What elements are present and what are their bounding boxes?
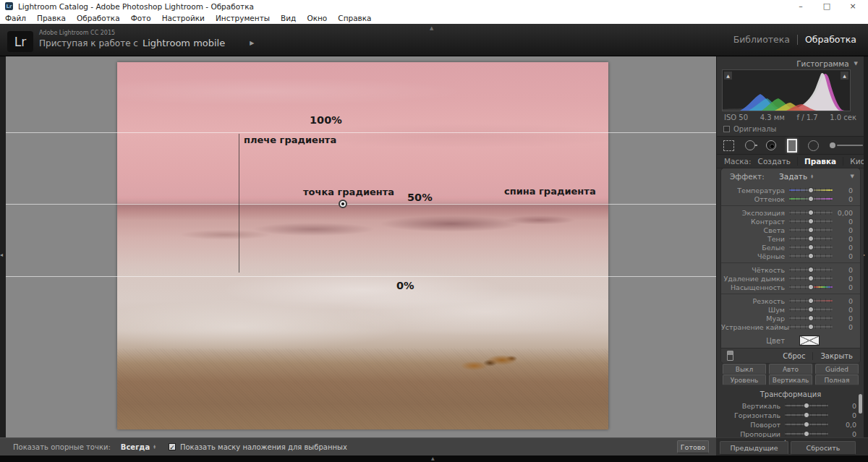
- whites-slider[interactable]: [789, 247, 833, 248]
- color-swatch[interactable]: [799, 335, 820, 346]
- bottom-toolbar: Показать опорные точки: Всегда ▴▾ ✓ Пока…: [0, 437, 716, 455]
- histogram-header[interactable]: Гистограмма ▼: [717, 58, 858, 69]
- filmstrip-collapsed-bar[interactable]: ▲: [0, 455, 868, 462]
- gradient-center-line[interactable]: [6, 204, 716, 205]
- done-button[interactable]: Готово: [677, 440, 709, 453]
- upright-vertical-button[interactable]: Вертикаль: [769, 375, 812, 385]
- clarity-slider[interactable]: [789, 269, 833, 270]
- collapse-top-panel-icon[interactable]: ▲: [430, 25, 433, 31]
- contrast-slider[interactable]: [789, 221, 833, 222]
- play-icon[interactable]: ▶: [250, 40, 254, 46]
- adjustment-brush-icon[interactable]: [830, 141, 863, 150]
- slider-thumb[interactable]: [808, 315, 814, 321]
- histogram-graph[interactable]: ▲ ▲: [722, 69, 851, 111]
- spot-removal-icon[interactable]: [745, 140, 755, 150]
- radial-filter-icon[interactable]: [808, 140, 819, 151]
- panel-scrollbar[interactable]: [859, 394, 862, 414]
- left-panel-collapsed[interactable]: ◂: [0, 56, 6, 437]
- slider-thumb[interactable]: [804, 422, 809, 427]
- slider-thumb[interactable]: [808, 253, 814, 259]
- highlights-slider[interactable]: [789, 229, 833, 231]
- graduated-filter-icon[interactable]: [787, 139, 797, 153]
- vertical-slider[interactable]: [785, 405, 828, 406]
- gradient-pin[interactable]: [339, 200, 347, 208]
- menu-item-help[interactable]: Справка: [338, 14, 371, 22]
- shadows-slider[interactable]: [789, 238, 833, 239]
- slider-thumb[interactable]: [808, 196, 814, 202]
- slider-thumb[interactable]: [808, 187, 814, 193]
- highlight-clipping-indicator[interactable]: ▲: [841, 72, 848, 80]
- rotate-slider[interactable]: [785, 424, 828, 425]
- slider-thumb[interactable]: [804, 403, 809, 408]
- gradient-bottom-line[interactable]: [6, 276, 716, 277]
- upright-full-button[interactable]: Полная: [815, 375, 859, 385]
- mask-brush-button[interactable]: Кисть: [843, 157, 864, 166]
- maximize-button[interactable]: □: [816, 0, 838, 12]
- upright-buttons-row-1: Выкл Авто Guided: [723, 364, 859, 375]
- slider-thumb[interactable]: [808, 210, 814, 215]
- crop-tool-icon[interactable]: [723, 140, 734, 151]
- mask-overlay-checkbox[interactable]: ✓: [169, 443, 176, 450]
- close-button[interactable]: ×: [842, 0, 864, 12]
- blacks-slider[interactable]: [789, 255, 833, 257]
- histogram-disclosure-icon[interactable]: ▼: [854, 61, 858, 67]
- effect-reset-button[interactable]: Сброс: [783, 352, 805, 360]
- upright-auto-button[interactable]: Авто: [769, 364, 812, 375]
- mask-edit-button[interactable]: Правка: [797, 157, 843, 166]
- upright-guided-button[interactable]: Guided: [815, 364, 859, 375]
- slider-thumb[interactable]: [808, 236, 814, 241]
- menu-item-tools[interactable]: Инструменты: [216, 14, 270, 22]
- slider-thumb[interactable]: [808, 284, 814, 290]
- module-develop[interactable]: Обработка: [805, 34, 856, 45]
- mask-new-button[interactable]: Создать: [752, 157, 797, 166]
- saturation-slider[interactable]: [789, 286, 833, 288]
- red-eye-icon[interactable]: [766, 140, 776, 150]
- horizontal-slider[interactable]: [785, 414, 828, 416]
- minimize-button[interactable]: –: [790, 0, 812, 12]
- module-library[interactable]: Библиотека: [733, 34, 790, 45]
- defringe-slider[interactable]: [789, 326, 833, 328]
- aspect-slider[interactable]: [785, 433, 828, 435]
- menu-item-view[interactable]: Вид: [281, 14, 296, 22]
- previous-button[interactable]: Предыдущие: [720, 441, 788, 455]
- originals-checkbox[interactable]: [723, 126, 730, 132]
- tint-slider[interactable]: [789, 198, 833, 200]
- effect-disclosure-icon[interactable]: ▼: [851, 174, 854, 179]
- slider-thumb[interactable]: [808, 324, 814, 330]
- slider-thumb[interactable]: [808, 218, 814, 224]
- upright-off-button[interactable]: Выкл: [723, 364, 766, 375]
- upright-level-button[interactable]: Уровень: [723, 375, 766, 385]
- histogram-title: Гистограмма: [796, 59, 848, 68]
- sharpness-slider[interactable]: [789, 300, 833, 301]
- shadow-clipping-indicator[interactable]: ▲: [724, 72, 732, 80]
- menu-item-window[interactable]: Окно: [307, 14, 327, 22]
- slider-thumb[interactable]: [808, 227, 814, 233]
- slider-thumb[interactable]: [804, 412, 809, 418]
- slider-thumb[interactable]: [808, 244, 814, 250]
- panel-toggle-icon[interactable]: [727, 351, 733, 361]
- menu-item-settings[interactable]: Настройки: [162, 14, 205, 22]
- menu-item-file[interactable]: Файл: [5, 14, 26, 22]
- dehaze-slider[interactable]: [789, 278, 833, 279]
- expand-filmstrip-icon[interactable]: ▲: [431, 455, 435, 461]
- reset-button[interactable]: Сбросить: [791, 441, 856, 455]
- slider-row: Горизонталь 0: [717, 411, 864, 419]
- gradient-top-line[interactable]: [6, 132, 716, 133]
- effect-close-button[interactable]: Закрыть: [820, 352, 853, 360]
- moire-slider[interactable]: [789, 317, 833, 319]
- slider-thumb[interactable]: [808, 267, 814, 273]
- menu-item-photo[interactable]: Фото: [131, 14, 151, 22]
- exposure-slider[interactable]: [789, 212, 833, 213]
- slider-thumb[interactable]: [808, 307, 814, 312]
- noise-slider[interactable]: [789, 309, 833, 310]
- menu-item-edit[interactable]: Правка: [37, 14, 66, 22]
- slider-thumb[interactable]: [808, 275, 814, 281]
- slider-thumb[interactable]: [808, 298, 814, 304]
- slider-thumb[interactable]: [804, 431, 809, 437]
- effect-preset-dropdown[interactable]: Задать ▴▾: [779, 172, 813, 181]
- expand-left-panel-icon[interactable]: ◂: [0, 252, 3, 258]
- brush-size-slider[interactable]: [837, 145, 863, 146]
- temperature-slider[interactable]: [789, 189, 833, 191]
- show-pins-dropdown[interactable]: Всегда ▴▾: [121, 443, 156, 451]
- menu-item-develop[interactable]: Обработка: [77, 14, 120, 22]
